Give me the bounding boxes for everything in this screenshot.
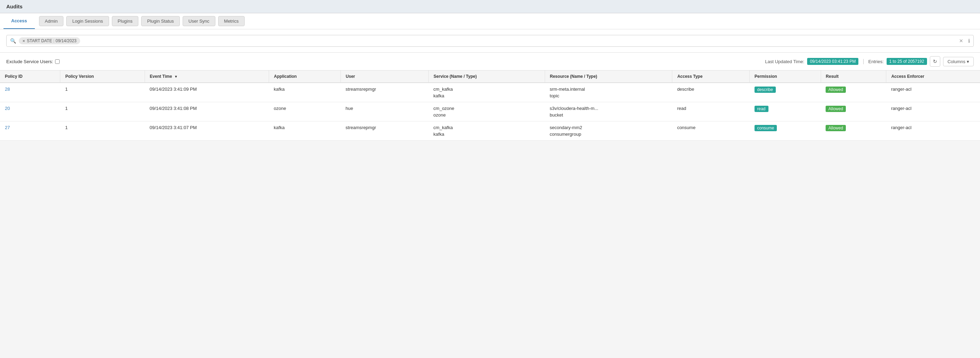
col-access-enforcer: Access Enforcer bbox=[886, 70, 980, 83]
toolbar-separator: | bbox=[862, 58, 864, 64]
toolbar-left: Exclude Service Users: bbox=[6, 59, 60, 64]
policy-id-link[interactable]: 20 bbox=[5, 106, 10, 111]
resource-item: topic bbox=[550, 93, 667, 98]
policy-id-link[interactable]: 28 bbox=[5, 86, 10, 92]
result-badge: Allowed bbox=[826, 125, 846, 131]
resource-item: bucket bbox=[550, 112, 667, 118]
permission-badge: describe bbox=[754, 86, 776, 93]
page-title-text: Audits bbox=[6, 3, 23, 10]
resource-item: s3v/cloudera-health-m... bbox=[550, 106, 667, 111]
resource-cell: srm-meta.internaltopic bbox=[550, 86, 667, 98]
col-resource: Resource (Name / Type) bbox=[545, 70, 672, 83]
col-policy-id: Policy ID bbox=[0, 70, 60, 83]
event-time-cell: 09/14/2023 3:41:07 PM bbox=[145, 121, 269, 141]
access-enforcer-cell: ranger-acl bbox=[886, 121, 980, 141]
policy-version-cell: 1 bbox=[60, 83, 145, 102]
policy-version-cell: 1 bbox=[60, 102, 145, 121]
user-cell: streamsrepmgr bbox=[341, 83, 429, 102]
user-cell: streamsrepmgr bbox=[341, 121, 429, 141]
access-enforcer-cell: ranger-acl bbox=[886, 83, 980, 102]
access-type-cell: read bbox=[672, 102, 749, 121]
access-type-cell: consume bbox=[672, 121, 749, 141]
table-row: 20109/14/2023 3:41:08 PMozonehuecm_ozone… bbox=[0, 102, 980, 121]
permission-badge: read bbox=[754, 106, 768, 112]
service-item: cm_kafka bbox=[434, 125, 540, 130]
resource-item: secondary-mm2 bbox=[550, 125, 667, 130]
tab-access[interactable]: Access bbox=[3, 13, 35, 29]
user-cell: hue bbox=[341, 102, 429, 121]
resource-cell: secondary-mm2consumergroup bbox=[550, 125, 667, 137]
refresh-icon: ↻ bbox=[933, 59, 937, 64]
entries-label: Entries: bbox=[869, 59, 884, 64]
table-wrap: Policy ID Policy Version Event Time ▼ Ap… bbox=[0, 70, 980, 141]
service-cell: cm_kafkakafka bbox=[434, 125, 540, 137]
access-enforcer-cell: ranger-acl bbox=[886, 102, 980, 121]
col-result: Result bbox=[821, 70, 886, 83]
tab-plugins[interactable]: Plugins bbox=[112, 16, 139, 26]
application-cell: kafka bbox=[269, 83, 341, 102]
application-cell: ozone bbox=[269, 102, 341, 121]
tabs-bar: Access Admin Login Sessions Plugins Plug… bbox=[0, 13, 980, 29]
service-item: cm_kafka bbox=[434, 86, 540, 92]
policy-id-link[interactable]: 27 bbox=[5, 125, 10, 130]
search-bar[interactable]: 🔍 ✕ START DATE : 09/14/2023 ✕ ℹ bbox=[6, 35, 974, 47]
col-service: Service (Name / Type) bbox=[429, 70, 545, 83]
service-item: kafka bbox=[434, 93, 540, 98]
toolbar: Exclude Service Users: Last Updated Time… bbox=[0, 53, 980, 70]
date-filter-chip[interactable]: ✕ START DATE : 09/14/2023 bbox=[19, 37, 80, 44]
policy-version-cell: 1 bbox=[60, 121, 145, 141]
tab-login-sessions[interactable]: Login Sessions bbox=[66, 16, 109, 26]
columns-label: Columns bbox=[948, 59, 966, 64]
tab-plugin-status[interactable]: Plugin Status bbox=[141, 16, 180, 26]
service-cell: cm_ozoneozone bbox=[434, 106, 540, 118]
refresh-button[interactable]: ↻ bbox=[930, 56, 940, 67]
sort-desc-icon: ▼ bbox=[174, 75, 178, 78]
page-title: Audits bbox=[0, 0, 980, 13]
table-row: 27109/14/2023 3:41:07 PMkafkastreamsrepm… bbox=[0, 121, 980, 141]
tab-user-sync[interactable]: User Sync bbox=[183, 16, 215, 26]
search-icon: 🔍 bbox=[10, 38, 16, 44]
date-filter-label: START DATE : 09/14/2023 bbox=[27, 38, 77, 43]
col-event-time[interactable]: Event Time ▼ bbox=[145, 70, 269, 83]
columns-button[interactable]: Columns ▾ bbox=[943, 57, 974, 66]
resource-item: srm-meta.internal bbox=[550, 86, 667, 92]
permission-badge: consume bbox=[754, 125, 777, 131]
col-access-type: Access Type bbox=[672, 70, 749, 83]
service-cell: cm_kafkakafka bbox=[434, 86, 540, 98]
search-info-icon[interactable]: ℹ bbox=[968, 38, 970, 44]
tab-admin[interactable]: Admin bbox=[39, 16, 64, 26]
service-item: cm_ozone bbox=[434, 106, 540, 111]
col-application: Application bbox=[269, 70, 341, 83]
tab-metrics[interactable]: Metrics bbox=[218, 16, 245, 26]
columns-chevron-icon: ▾ bbox=[967, 59, 969, 64]
service-item: ozone bbox=[434, 112, 540, 118]
event-time-cell: 09/14/2023 3:41:09 PM bbox=[145, 83, 269, 102]
col-policy-version: Policy Version bbox=[60, 70, 145, 83]
search-clear-icon[interactable]: ✕ bbox=[959, 38, 963, 44]
table-row: 28109/14/2023 3:41:09 PMkafkastreamsrepm… bbox=[0, 83, 980, 102]
application-cell: kafka bbox=[269, 121, 341, 141]
col-user: User bbox=[341, 70, 429, 83]
event-time-cell: 09/14/2023 3:41:08 PM bbox=[145, 102, 269, 121]
toolbar-right: Last Updated Time: 09/14/2023 03:41:23 P… bbox=[765, 56, 974, 67]
search-area: 🔍 ✕ START DATE : 09/14/2023 ✕ ℹ bbox=[0, 29, 980, 53]
service-item: kafka bbox=[434, 131, 540, 137]
result-badge: Allowed bbox=[826, 86, 846, 93]
last-updated-badge: 09/14/2023 03:41:23 PM bbox=[807, 58, 858, 65]
result-badge: Allowed bbox=[826, 106, 846, 112]
table-header-row: Policy ID Policy Version Event Time ▼ Ap… bbox=[0, 70, 980, 83]
resource-cell: s3v/cloudera-health-m...bucket bbox=[550, 106, 667, 118]
resource-item: consumergroup bbox=[550, 131, 667, 137]
last-updated-label: Last Updated Time: bbox=[765, 59, 804, 64]
access-type-cell: describe bbox=[672, 83, 749, 102]
exclude-checkbox[interactable] bbox=[55, 59, 60, 64]
col-permission: Permission bbox=[749, 70, 821, 83]
entries-badge: 1 to 25 of 2057192 bbox=[886, 58, 927, 65]
date-filter-icon: ✕ bbox=[22, 39, 25, 43]
exclude-label: Exclude Service Users: bbox=[6, 59, 53, 64]
audit-table: Policy ID Policy Version Event Time ▼ Ap… bbox=[0, 70, 980, 141]
